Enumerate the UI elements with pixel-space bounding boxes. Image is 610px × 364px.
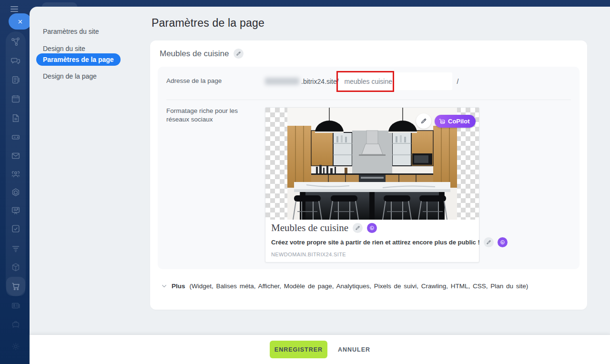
nav-item-site-design[interactable]: Design du site xyxy=(43,45,85,52)
preview-title: Meubles de cuisine xyxy=(271,222,348,234)
preview-domain: NEWDOMAIN.BITRIX24.SITE xyxy=(271,252,346,257)
close-icon xyxy=(17,18,24,25)
settings-fields-panel: Adresse de la page .bitrix24.site/ / For… xyxy=(158,67,580,269)
edit-preview-description-button[interactable] xyxy=(484,237,494,247)
social-preview-card: CoPilot Meubles de cuisine Créez votre p… xyxy=(265,107,479,263)
copilot-badge-label: CoPilot xyxy=(448,118,470,125)
social-format-label: Formatage riche pour les réseaux sociaux xyxy=(166,107,248,124)
nav-item-page-design[interactable]: Design de la page xyxy=(43,72,97,80)
pencil-icon xyxy=(235,51,242,57)
blurred-domain xyxy=(265,78,299,85)
copilot-icon xyxy=(499,239,506,245)
settings-icon[interactable] xyxy=(10,341,21,352)
edit-section-title-button[interactable] xyxy=(234,49,244,59)
close-sidebar-button[interactable] xyxy=(9,13,31,30)
preview-description: Créez votre propre site à partir de rien… xyxy=(271,239,480,246)
copilot-badge[interactable]: CoPilot xyxy=(435,115,476,128)
kitchen-photo xyxy=(287,108,457,220)
settings-panel: Paramètres du site Design du site Paramè… xyxy=(30,7,610,364)
domain-suffix: .bitrix24.site/ xyxy=(301,78,339,85)
calendar-icon[interactable] xyxy=(10,94,21,104)
settings-card: Meubles de cuisine Adresse de la page .b… xyxy=(150,40,587,310)
footer-bar: ENREGISTRER ANNULER xyxy=(30,335,610,364)
section-title: Meubles de cuisine xyxy=(160,49,229,59)
page-address-input[interactable] xyxy=(339,72,452,90)
drive-icon[interactable] xyxy=(10,132,21,142)
docs-icon[interactable] xyxy=(10,113,21,123)
ai-image-icon xyxy=(438,118,446,125)
copilot-icon xyxy=(369,225,375,231)
sidebar-icon-rail xyxy=(6,31,26,296)
contact-center-icon[interactable] xyxy=(10,301,21,311)
address-label: Adresse de la page xyxy=(166,77,222,85)
more-toggle[interactable]: Plus (Widget, Balises méta, Afficher, Mo… xyxy=(161,283,571,290)
pencil-icon xyxy=(355,225,361,231)
tasks-icon[interactable] xyxy=(10,223,21,234)
cancel-button[interactable]: ANNULER xyxy=(335,341,373,358)
nav-item-site-settings[interactable]: Paramètres du site xyxy=(43,28,99,35)
ai-bot-icon[interactable] xyxy=(10,319,21,330)
menu-icon[interactable] xyxy=(10,6,18,12)
mail-icon[interactable] xyxy=(10,151,21,161)
copilot-title-button[interactable] xyxy=(367,223,377,233)
more-label: Plus xyxy=(172,283,185,290)
shop-icon[interactable] xyxy=(10,281,21,292)
pencil-icon xyxy=(486,239,492,245)
app-window: Paramètres du site Design du site Paramè… xyxy=(0,0,610,364)
sales-icon[interactable] xyxy=(10,243,21,254)
marketing-icon[interactable] xyxy=(10,205,21,216)
feed-icon[interactable] xyxy=(10,75,21,85)
copilot-description-button[interactable] xyxy=(498,237,508,247)
crm-icon[interactable] xyxy=(10,187,21,198)
hr-icon[interactable] xyxy=(10,169,21,180)
nav-item-page-settings[interactable]: Paramètres de la page xyxy=(36,53,121,66)
collab-icon[interactable] xyxy=(10,37,21,47)
chevron-down-icon xyxy=(161,283,167,289)
edit-preview-title-button[interactable] xyxy=(353,223,363,233)
row-divider xyxy=(166,100,571,100)
page-title: Paramètres de la page xyxy=(152,17,264,30)
left-sidebar xyxy=(0,0,30,364)
messenger-icon[interactable] xyxy=(10,56,21,66)
trailing-slash: / xyxy=(457,78,459,85)
inventory-icon[interactable] xyxy=(10,262,21,273)
page-address-row: .bitrix24.site/ / xyxy=(265,72,458,90)
more-options-list: (Widget, Balises méta, Afficher, Modèle … xyxy=(190,283,529,290)
pencil-icon xyxy=(420,117,427,125)
edit-image-button[interactable] xyxy=(416,113,431,129)
preview-image-area: CoPilot xyxy=(265,108,479,220)
save-button[interactable]: ENREGISTRER xyxy=(270,341,327,358)
